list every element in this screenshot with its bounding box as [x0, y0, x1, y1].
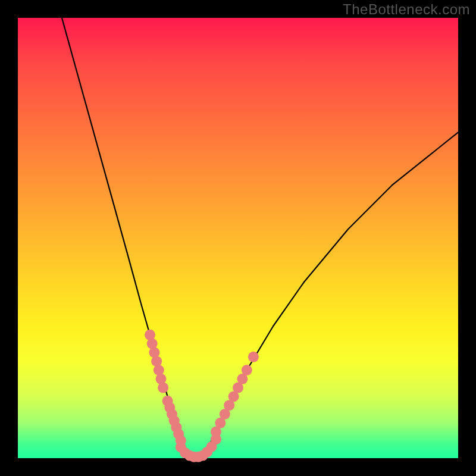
chart-svg: [18, 18, 458, 458]
marker-right-outlier: [248, 352, 259, 362]
series-group: [62, 18, 458, 458]
markers-group: [145, 330, 259, 462]
marker-left-cluster-upper: [158, 383, 168, 393]
watermark-text: TheBottleneck.com: [343, 1, 470, 18]
marker-right-cluster: [242, 365, 252, 375]
series-right-branch: [203, 132, 458, 456]
